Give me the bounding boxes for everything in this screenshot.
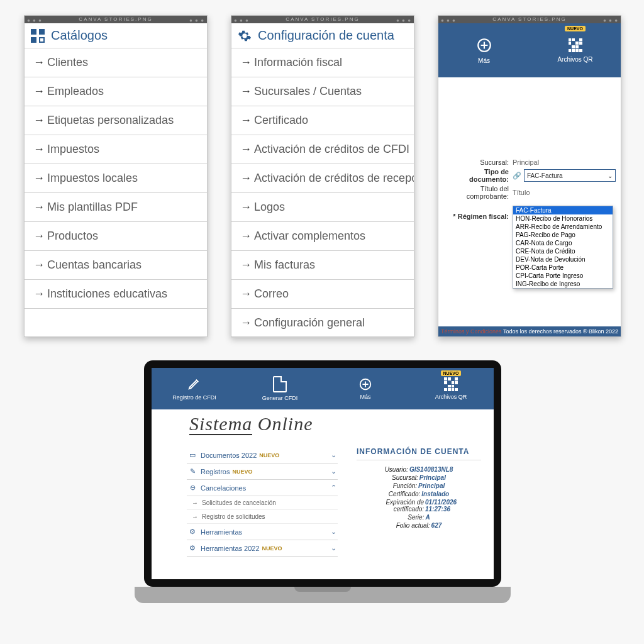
toolbar-registro-button[interactable]: Registro de CFDI — [152, 368, 237, 409]
catalogos-header: Catálogos — [25, 23, 207, 48]
plus-circle-icon — [476, 37, 492, 53]
toolbar-mas-button[interactable]: Más — [438, 23, 530, 77]
menu-item-correo[interactable]: →Correo — [231, 280, 414, 309]
menu-item-plantillas[interactable]: →Mis plantillas PDF — [25, 193, 207, 222]
toolbar: Más NUEVO Archivos QR — [438, 23, 621, 77]
window-controls-right[interactable]: ● ● ● — [189, 17, 204, 25]
menu-item-cfdi[interactable]: →Activación de créditos de CFDI — [231, 135, 414, 164]
menu-item-empleados[interactable]: →Empleados — [25, 77, 207, 106]
section-label: Herramientas — [201, 528, 242, 536]
arrow-icon: → — [33, 85, 47, 98]
menu-item-certificado[interactable]: →Certificado — [231, 106, 414, 135]
dropdown-option[interactable]: CRE-Nota de Crédito — [513, 247, 613, 255]
dropdown-option[interactable]: CPI-Carta Porte Ingreso — [513, 272, 613, 280]
section-herramientas[interactable]: ⚙ Herramientas ⌄ — [187, 524, 338, 540]
menu-item-label: Impuestos — [47, 143, 99, 156]
dropdown-option[interactable]: FAC-Factura — [513, 206, 613, 214]
qr-icon — [569, 38, 582, 52]
minus-circle-icon: ⊖ — [188, 484, 197, 492]
arrow-icon: → — [33, 230, 47, 243]
info-key: Sucursal: — [392, 474, 418, 481]
dropdown-option[interactable]: HON-Recibo de Honorarios — [513, 214, 613, 223]
toolbar-label: Generar CFDI — [262, 395, 298, 401]
section-documentos[interactable]: ▭ Documentos 2022 NUEVO ⌄ — [187, 447, 338, 464]
right-column: INFORMACIÓN DE CUENTA Usuario:GIS140813N… — [357, 447, 481, 557]
section-label: Registros — [201, 468, 230, 475]
menu-item-productos[interactable]: →Productos — [25, 222, 207, 251]
subitem-registro[interactable]: → Registro de solicitudes — [187, 510, 338, 524]
toolbar-qr-button[interactable]: NUEVO Archivos QR — [408, 368, 494, 409]
link-icon[interactable]: 🔗 — [513, 172, 521, 180]
info-key: Función: — [393, 482, 417, 489]
config-title: Configuración de cuenta — [258, 28, 394, 43]
spacer — [438, 77, 621, 153]
info-title: INFORMACIÓN DE CUENTA — [357, 447, 481, 460]
tipo-label: Tipo de documento: — [443, 168, 513, 183]
dropdown-option[interactable]: ING-Recibo de Ingreso — [513, 280, 613, 288]
menu-item-label: Información fiscal — [254, 56, 342, 69]
sucursal-value: Principal — [513, 158, 616, 166]
footer-text: Todos los derechos reservados ® Blikon 2… — [502, 328, 619, 335]
catalogos-list: →Clientes →Empleados →Etiquetas personal… — [25, 48, 207, 309]
menu-item-instituciones[interactable]: →Instituciones educativas — [25, 280, 207, 309]
tipo-dropdown[interactable]: FAC-Factura HON-Recibo de Honorarios ARR… — [513, 206, 613, 289]
toolbar-label: Registro de CFDI — [172, 394, 216, 401]
info-key: Folio actual: — [396, 522, 430, 529]
chevron-down-icon: ⌄ — [331, 528, 336, 536]
info-row-certificado: Certificado:Instalado — [357, 490, 481, 498]
menu-item-label: Activación de créditos de CFDI — [254, 143, 409, 156]
arrow-icon: → — [240, 56, 254, 69]
menu-item-label: Activar complementos — [254, 230, 365, 243]
chevron-up-icon: ⌃ — [331, 484, 336, 492]
menu-item-label: Mis facturas — [254, 258, 315, 272]
gear-icon: ⚙ — [188, 544, 197, 552]
catalogos-title: Catálogos — [51, 28, 108, 43]
menu-item-cuentas[interactable]: →Cuentas bancarias — [25, 251, 207, 280]
menu-item-label: Configuración general — [254, 316, 365, 330]
menu-item-etiquetas[interactable]: →Etiquetas personalizadas — [25, 106, 207, 135]
subitem-solicitudes[interactable]: → Solicitudes de cancelación — [187, 496, 338, 510]
sucursal-label: Sucursal: — [443, 158, 513, 166]
section-registros[interactable]: ✎ Registros NUEVO ⌄ — [187, 464, 338, 480]
left-column: ▭ Documentos 2022 NUEVO ⌄ ✎ Registros NU… — [187, 447, 338, 557]
toolbar-mas-button[interactable]: Más — [323, 368, 408, 409]
window-controls-left[interactable]: ● ● ● — [27, 17, 42, 25]
arrow-icon: → — [240, 143, 254, 156]
arrow-icon: → — [33, 287, 47, 301]
info-key: Serie: — [408, 514, 424, 521]
dropdown-option[interactable]: CAR-Nota de Cargo — [513, 239, 613, 247]
tipo-select[interactable]: FAC-Factura ⌄ — [524, 169, 616, 182]
menu-item-label: Activación de créditos de recepción — [254, 172, 414, 185]
menu-item-mis-facturas[interactable]: →Mis facturas — [231, 251, 414, 280]
menu-item-sucursales[interactable]: →Sucursales / Cuentas — [231, 77, 414, 106]
dropdown-option[interactable]: POR-Carta Porte — [513, 264, 613, 272]
window-controls-left[interactable]: ● ● ● — [234, 17, 249, 25]
dropdown-option[interactable]: PAG-Recibo de Pago — [513, 231, 613, 239]
info-row-serie: Serie:A — [357, 513, 481, 521]
window-controls-right[interactable]: ● ● ● — [396, 17, 411, 25]
chevron-down-icon: ⌄ — [331, 544, 336, 552]
arrow-icon: → — [33, 258, 47, 272]
toolbar-qr-button[interactable]: NUEVO Archivos QR — [530, 23, 621, 77]
menu-item-info-fiscal[interactable]: →Información fiscal — [231, 48, 414, 77]
dropdown-option[interactable]: ARR-Recibo de Arrendamiento — [513, 223, 613, 231]
menu-item-recepcion[interactable]: →Activación de créditos de recepción — [231, 164, 414, 193]
footer-terms-link[interactable]: Términos y Condiciones — [441, 328, 502, 335]
arrow-icon: → — [33, 56, 47, 69]
toolbar-generar-button[interactable]: Generar CFDI — [237, 368, 323, 409]
titulo-value: Título — [513, 189, 616, 196]
dropdown-option[interactable]: DEV-Nota de Devolución — [513, 255, 613, 264]
menu-item-config-general[interactable]: →Configuración general — [231, 309, 414, 338]
title-part-a: Sistema — [189, 413, 252, 435]
menu-item-logos[interactable]: →Logos — [231, 193, 414, 222]
menu-item-impuestos-locales[interactable]: →Impuestos locales — [25, 164, 207, 193]
arrow-icon: → — [240, 85, 254, 98]
toolbar: Registro de CFDI Generar CFDI Más NUEVO … — [152, 368, 494, 409]
titlebar: ● ● ● CANVA STORIES.PNG ● ● ● — [438, 16, 621, 23]
menu-item-clientes[interactable]: →Clientes — [25, 48, 207, 77]
arrow-icon: → — [192, 513, 202, 520]
section-cancelaciones[interactable]: ⊖ Cancelaciones ⌃ — [187, 480, 338, 496]
menu-item-complementos[interactable]: →Activar complementos — [231, 222, 414, 251]
menu-item-impuestos[interactable]: →Impuestos — [25, 135, 207, 164]
section-herramientas-2022[interactable]: ⚙ Herramientas 2022 NUEVO ⌄ — [187, 540, 338, 557]
